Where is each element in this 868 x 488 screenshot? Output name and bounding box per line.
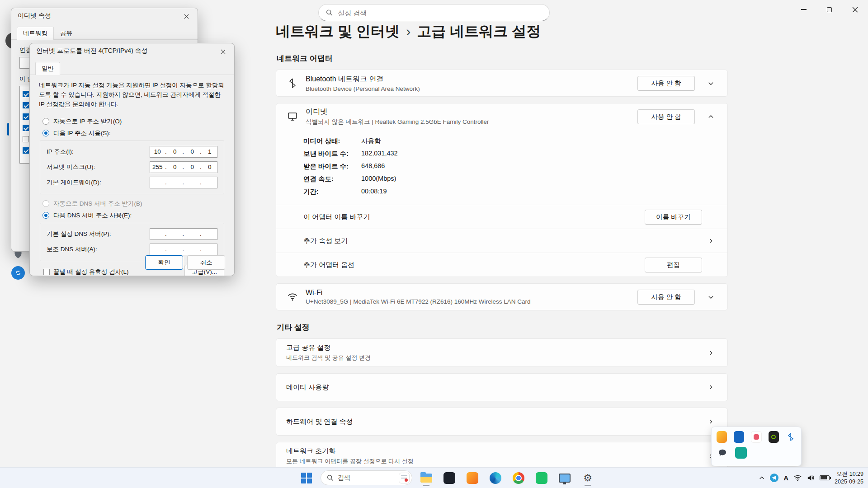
gpu-settings-tray-icon[interactable] [769, 431, 779, 443]
cancel-button[interactable]: 취소 [187, 255, 225, 270]
close-button[interactable] [215, 46, 231, 57]
blue-app-tray-icon[interactable] [734, 431, 744, 443]
validate-checkbox[interactable] [43, 269, 50, 275]
ip-octet[interactable]: 0 [185, 148, 200, 155]
rename-button[interactable]: 이름 바꾸기 [645, 210, 702, 225]
tray-chevron-icon[interactable] [759, 475, 765, 481]
chrome-icon[interactable] [509, 469, 528, 487]
clock-date: 2025-09-25 [835, 478, 863, 485]
bluetooth-tray-icon[interactable] [786, 431, 796, 443]
bluetooth-disable-button[interactable]: 사용 안 함 [637, 76, 695, 91]
protocol-checkbox[interactable] [23, 113, 29, 120]
breadcrumb-parent[interactable]: 네트워크 및 인터넷 [276, 22, 400, 42]
taskbar-search[interactable]: 검색 [321, 470, 412, 485]
manual-dns-radio[interactable] [42, 212, 49, 219]
chat-tray-icon[interactable] [717, 447, 728, 459]
wifi-tray-icon[interactable] [793, 474, 802, 481]
ip-octet[interactable]: 0 [168, 148, 183, 155]
validate-settings-row[interactable]: 끝낼 때 설정 유효성 검사(L) [43, 268, 129, 276]
display-app-icon[interactable] [556, 469, 574, 487]
data-usage-card[interactable]: 데이터 사용량 [276, 373, 728, 401]
detail-value: 648,686 [361, 162, 385, 171]
subnet-mask-field[interactable]: 255 0 0 0 [150, 161, 217, 173]
auto-ip-radio[interactable] [42, 118, 49, 125]
gateway-field[interactable] [150, 177, 217, 188]
open-app-indicator [423, 485, 429, 486]
maximize-button[interactable] [816, 0, 842, 19]
tab-sharing[interactable]: 공유 [54, 27, 79, 40]
edit-button[interactable]: 편집 [645, 258, 702, 272]
ip-address-field[interactable]: 10 0 0 1 [150, 146, 217, 158]
protocol-checkbox[interactable] [23, 125, 29, 131]
tab-networking[interactable]: 네트워킹 [17, 27, 54, 40]
close-button[interactable] [178, 10, 194, 22]
chevron-right-icon [702, 418, 719, 425]
auto-ip-radio-row[interactable]: 자동으로 IP 주소 받기(O) [42, 116, 225, 127]
view-additional-properties-row[interactable]: 추가 속성 보기 [276, 229, 727, 253]
teal-app-tray-icon[interactable] [735, 447, 747, 459]
orange-app-tray-icon[interactable] [717, 431, 727, 443]
manual-dns-radio-row[interactable]: 다음 DNS 서버 주소 사용(E): [42, 210, 225, 221]
protocol-checkbox[interactable] [23, 91, 29, 97]
bluetooth-expand-toggle[interactable] [702, 80, 719, 87]
manual-ip-radio-row[interactable]: 다음 IP 주소 사용(S): [42, 127, 225, 139]
dns-primary-field[interactable] [150, 228, 217, 240]
green-app-icon[interactable] [533, 469, 551, 487]
windows-update-icon[interactable] [11, 266, 25, 280]
settings-search-input[interactable] [338, 9, 542, 17]
battery-tray-icon[interactable] [820, 475, 830, 480]
settings-icon[interactable]: ⚙ [579, 469, 597, 487]
ip-octet[interactable]: 1 [203, 148, 217, 155]
start-button[interactable] [297, 469, 316, 487]
clock[interactable]: 오전 10:29 2025-09-25 [835, 470, 863, 485]
dark-app-icon[interactable] [440, 469, 458, 487]
ip-octet[interactable]: 0 [168, 164, 183, 170]
ip-octet[interactable]: 255 [150, 164, 165, 170]
protocol-checkbox[interactable] [23, 147, 29, 154]
volume-tray-icon[interactable] [807, 474, 815, 481]
file-explorer-icon[interactable] [417, 469, 435, 487]
ethernet-disable-button[interactable]: 사용 안 함 [637, 109, 695, 124]
auto-dns-radio [42, 200, 49, 207]
settings-search[interactable] [318, 4, 550, 21]
advanced-sharing-card[interactable]: 고급 공유 설정 네트워크 검색 및 공유 설정 변경 [276, 338, 728, 367]
other-section-header: 기타 설정 [277, 322, 728, 333]
close-button[interactable] [842, 0, 868, 19]
ip-octet[interactable]: 0 [203, 164, 217, 170]
hardware-properties-card[interactable]: 하드웨어 및 연결 속성 [276, 408, 728, 436]
rename-adapter-label: 이 어댑터 이름 바꾸기 [303, 213, 645, 221]
red-app-tray-icon[interactable] [751, 431, 761, 443]
search-highlights-icon[interactable] [399, 473, 410, 483]
ime-mode-indicator[interactable]: A [783, 474, 788, 482]
detail-label: 보낸 바이트 수: [303, 150, 361, 158]
windows-logo-icon [301, 473, 312, 483]
protocol-checkbox[interactable] [23, 136, 29, 142]
edge-icon[interactable] [486, 469, 505, 487]
minimize-button[interactable] [791, 0, 816, 19]
dns-secondary-field[interactable] [150, 244, 217, 255]
ok-button[interactable]: 확인 [145, 255, 183, 270]
ip-octet[interactable]: 0 [185, 164, 200, 170]
dialog-title: 이더넷 속성 [11, 8, 198, 23]
detail-label: 받은 바이트 수: [303, 162, 361, 171]
wifi-expand-toggle[interactable] [702, 294, 719, 300]
wifi-disable-button[interactable]: 사용 안 함 [637, 290, 695, 305]
detail-value: 1000(Mbps) [361, 175, 396, 183]
clock-time: 오전 10:29 [835, 470, 863, 478]
detail-label: 연결 속도: [303, 175, 361, 183]
orange-app-icon[interactable] [463, 469, 481, 487]
breadcrumb: 네트워크 및 인터넷 › 고급 네트워크 설정 [276, 22, 728, 42]
network-reset-card[interactable]: 네트워크 초기화 모든 네트워크 어댑터를 공장 설정으로 다시 설정 [276, 442, 728, 470]
protocol-checkbox[interactable] [23, 102, 29, 108]
manual-ip-radio[interactable] [42, 130, 49, 136]
manual-dns-label: 다음 DNS 서버 주소 사용(E): [53, 211, 132, 220]
auto-ip-label: 자동으로 IP 주소 받기(O) [53, 117, 122, 126]
minimize-icon [801, 9, 807, 10]
tab-general[interactable]: 일반 [35, 62, 60, 75]
chevron-right-icon [702, 350, 719, 356]
adapter-name: Bluetooth 네트워크 연결 [306, 75, 630, 84]
telegram-tray-icon[interactable] [770, 474, 778, 482]
ethernet-collapse-toggle[interactable] [702, 113, 719, 120]
ip-octet[interactable]: 10 [150, 148, 165, 155]
close-icon [852, 7, 858, 13]
